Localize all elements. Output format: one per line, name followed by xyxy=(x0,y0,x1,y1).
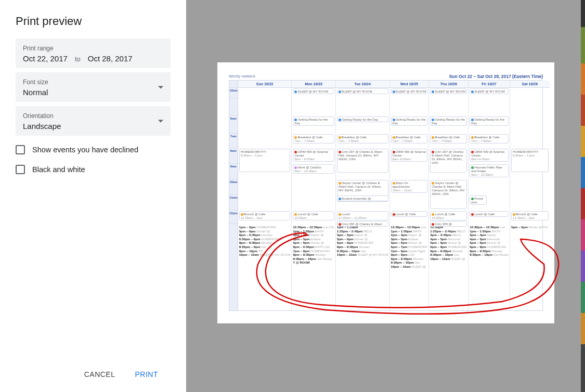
show-declined-label: Show events you have declined xyxy=(32,146,138,154)
day-column: Sun 10/22 HOMEWORK!!!!!!!8:30am – 11am B… xyxy=(238,81,292,310)
cancel-button[interactable]: CANCEL xyxy=(82,367,118,382)
show-declined-checkbox[interactable] xyxy=(16,145,25,154)
font-size-dropdown[interactable]: Font size Normal xyxy=(16,72,171,102)
orientation-label: Orientation xyxy=(23,112,163,120)
day-header: Mon 10/23 xyxy=(292,81,335,88)
day-header: Wed 10/25 xyxy=(390,81,429,88)
print-range-field[interactable]: Print range Oct 22, 2017 to Oct 28, 2017 xyxy=(16,38,171,68)
background-strip xyxy=(581,0,585,392)
black-white-label: Black and white xyxy=(32,165,85,174)
day-column: Tue 10/24SLEEP @ MY ROOM Getting Ready f… xyxy=(336,81,390,310)
day-column: Mon 10/23SLEEP @ MY ROOM Getting Ready f… xyxy=(292,81,335,310)
print-range-end[interactable]: Oct 28, 2017 xyxy=(88,54,133,63)
page-title: Print preview xyxy=(0,0,186,38)
day-column: Fri 10/27SLEEP @ MY ROOM Getting Ready f… xyxy=(469,81,510,310)
font-size-value: Normal xyxy=(23,88,163,97)
day-column: Wed 10/25SLEEP @ MY ROOM Getting Ready f… xyxy=(390,81,430,310)
day-header: Tue 10/24 xyxy=(336,81,389,88)
calendar-range: Sun Oct 22 – Sat Oct 28, 2017 (Eastern T… xyxy=(449,74,543,79)
day-header: Sat 10/28 xyxy=(510,81,550,88)
orientation-dropdown[interactable]: Orientation Landscape xyxy=(16,106,171,136)
chevron-down-icon xyxy=(158,86,163,88)
day-column: Thu 10/26SLEEP @ MY ROOM Getting Ready f… xyxy=(429,81,469,310)
calendar-grid: 12am 6am 7am 8am 9am 10am 11am 12pm Sun … xyxy=(229,80,543,311)
chevron-down-icon xyxy=(158,120,163,122)
print-range-to: to xyxy=(75,55,81,63)
print-range-label: Print range xyxy=(23,45,163,52)
print-button[interactable]: PRINT xyxy=(133,367,161,382)
time-column: 12am 6am 7am 8am 9am 10am 11am 12pm xyxy=(229,81,238,310)
day-header: Thu 10/26 xyxy=(429,81,468,88)
day-column: Sat 10/28 HOMEWORK!!!!!!!8:30am – 11am B… xyxy=(510,81,550,310)
print-range-start[interactable]: Oct 22, 2017 xyxy=(23,54,68,63)
black-white-checkbox[interactable] xyxy=(16,165,25,174)
calendar-owner: falicity wallace xyxy=(229,74,255,79)
day-header: Fri 10/27 xyxy=(469,81,510,88)
font-size-label: Font size xyxy=(23,79,163,86)
day-header: Sun 10/22 xyxy=(238,81,292,88)
print-preview-page: falicity wallace Sun Oct 22 – Sat Oct 28… xyxy=(217,62,554,323)
orientation-value: Landscape xyxy=(23,122,163,130)
print-preview-sidebar: Print preview Print range Oct 22, 2017 t… xyxy=(0,0,186,392)
